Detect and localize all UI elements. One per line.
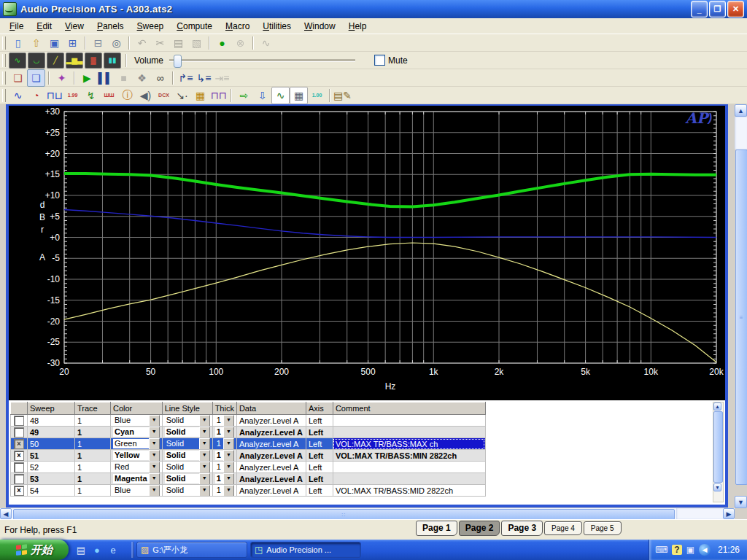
line-style-cell[interactable]: Solid▼ — [162, 415, 212, 427]
row-checkbox[interactable]: × — [14, 486, 24, 496]
menu-help[interactable]: Help — [342, 20, 374, 33]
row-checkbox[interactable] — [14, 462, 24, 472]
thick-dropdown-icon[interactable]: ▼ — [223, 438, 234, 450]
line-style-dropdown-icon[interactable]: ▼ — [199, 473, 210, 485]
row-select-cell[interactable] — [11, 462, 28, 473]
data-cell[interactable]: Analyzer.Level A — [236, 438, 306, 450]
comment-cell[interactable] — [333, 473, 485, 485]
panel-sweep-icon[interactable]: ╱ — [47, 52, 64, 69]
column-header-data[interactable]: Data — [236, 402, 306, 415]
table-scroll-up-icon[interactable]: ▲ — [713, 402, 721, 411]
tray-help-icon[interactable]: ? — [672, 545, 681, 555]
table-row-54[interactable]: ×541Blue▼Solid▼1▼Analyzer.Level ALeftVOL… — [11, 485, 486, 497]
digital-generator-icon[interactable]: 1.99 — [63, 87, 82, 104]
trace-cell[interactable]: 1 — [75, 438, 111, 450]
sweep-cell[interactable]: 53 — [28, 473, 75, 485]
line-style-dropdown-icon[interactable]: ▼ — [199, 427, 210, 438]
sweep-cell[interactable]: 50 — [28, 438, 75, 450]
thick-dropdown-icon[interactable]: ▼ — [223, 473, 234, 485]
color-cell[interactable]: Blue▼ — [111, 485, 163, 497]
data-cell[interactable]: Analyzer.Level A — [236, 462, 306, 473]
sweep-source2-icon[interactable]: ↳≡ — [195, 69, 213, 87]
bittest-icon[interactable]: ШШ — [100, 87, 118, 104]
thick-cell[interactable]: 1▼ — [212, 438, 236, 450]
column-header-sweep[interactable]: Sweep — [28, 402, 75, 415]
comment-off-icon[interactable]: ❏ — [9, 69, 27, 87]
data-cell[interactable]: Analyzer.Level A — [236, 485, 306, 497]
thick-cell[interactable]: 1▼ — [212, 427, 236, 438]
column-header-color[interactable]: Color — [111, 402, 163, 415]
task-button-0[interactable]: ▨G:\严小龙 — [136, 542, 247, 558]
volume-slider[interactable] — [169, 59, 355, 62]
row-checkbox[interactable] — [14, 474, 24, 484]
save-icon[interactable]: ▣ — [45, 34, 63, 52]
task-button-1[interactable]: ◳Audio Precision ... — [250, 542, 361, 558]
toolbar-grip[interactable] — [2, 71, 6, 85]
trace-cell[interactable]: 1 — [75, 427, 111, 438]
language-bar-icon[interactable]: ◀ — [699, 544, 711, 556]
thick-cell[interactable]: 1▼ — [212, 473, 236, 485]
tab-page-5[interactable]: Page 5 — [584, 521, 622, 535]
quicklaunch-ie-icon[interactable]: e — [107, 543, 120, 556]
line-style-dropdown-icon[interactable]: ▼ — [199, 438, 210, 450]
sweep-cell[interactable]: 52 — [28, 462, 75, 473]
row-checkbox[interactable]: × — [14, 439, 24, 449]
column-header-trace[interactable]: Trace — [75, 402, 111, 415]
comment-on-icon[interactable]: ❏ — [27, 69, 45, 87]
graph-panel-icon[interactable]: ∿ — [271, 87, 290, 104]
row-select-cell[interactable]: × — [11, 485, 28, 497]
thick-dropdown-icon[interactable]: ▼ — [223, 450, 234, 462]
scroll-up-icon[interactable]: ▲ — [735, 104, 747, 117]
menu-edit[interactable]: Edit — [30, 20, 58, 33]
comment-cell[interactable] — [333, 427, 485, 438]
column-header-axis[interactable]: Axis — [306, 402, 333, 415]
menu-sweep[interactable]: Sweep — [131, 20, 171, 33]
data-cell[interactable]: Analyzer.Level A — [236, 415, 306, 427]
open-file-icon[interactable]: ⇧ — [27, 34, 45, 52]
quicklaunch-messenger-icon[interactable]: ● — [90, 543, 104, 556]
toolbar-grip[interactable] — [2, 89, 6, 102]
scroll-down-icon[interactable]: ▼ — [735, 496, 747, 508]
comment-cell[interactable]: VOL:MAX TR/BASS:MID 2822ch — [333, 485, 485, 497]
menu-file[interactable]: File — [3, 20, 30, 33]
axis-cell[interactable]: Left — [306, 473, 333, 485]
row-checkbox[interactable] — [14, 416, 24, 426]
sweep-cell[interactable]: 48 — [28, 415, 75, 427]
thick-cell[interactable]: 1▼ — [212, 450, 236, 462]
row-select-cell[interactable] — [11, 473, 28, 485]
line-style-cell[interactable]: Solid▼ — [162, 473, 212, 485]
dcx-panel-icon[interactable]: DCX — [155, 87, 173, 104]
color-cell[interactable]: Blue▼ — [111, 415, 163, 427]
thick-dropdown-icon[interactable]: ▼ — [223, 427, 234, 438]
toolbar-grip[interactable] — [2, 54, 6, 67]
comment-cell[interactable] — [333, 462, 485, 473]
info-panel-icon[interactable]: ⓘ — [118, 87, 136, 104]
new-file-icon[interactable]: ▯ — [9, 34, 27, 52]
tray-restore-icon[interactable]: ▣ — [686, 545, 694, 555]
row-select-cell[interactable]: × — [11, 438, 28, 450]
color-dropdown-icon[interactable]: ▼ — [149, 485, 160, 497]
mute-checkbox[interactable] — [374, 55, 385, 66]
axis-cell[interactable]: Left — [306, 450, 333, 462]
panel-bargraph-icon[interactable]: ▮▮ — [104, 52, 121, 69]
row-select-cell[interactable]: × — [11, 450, 28, 462]
column-header-line-style[interactable]: Line Style — [162, 402, 212, 415]
color-dropdown-icon[interactable]: ▼ — [149, 427, 160, 438]
row-select-cell[interactable] — [11, 415, 28, 427]
axis-cell[interactable]: Left — [306, 415, 333, 427]
line-style-cell[interactable]: Solid▼ — [162, 450, 212, 462]
color-dropdown-icon[interactable]: ▼ — [149, 415, 160, 427]
analog-meter-icon[interactable]: ◔ — [27, 87, 45, 104]
thick-cell[interactable]: 1▼ — [212, 462, 236, 473]
trace-cell[interactable]: 1 — [75, 450, 111, 462]
axis-cell[interactable]: Left — [306, 462, 333, 473]
close-button[interactable]: ✕ — [727, 1, 744, 18]
line-style-dropdown-icon[interactable]: ▼ — [199, 462, 210, 473]
data-cell[interactable]: Analyzer.Level A — [236, 450, 306, 462]
panel-bars-icon[interactable]: ▂▆▃ — [66, 52, 83, 69]
color-cell[interactable]: Yellow▼ — [111, 450, 163, 462]
monitors-on-icon[interactable]: ● — [213, 34, 231, 52]
line-style-dropdown-icon[interactable]: ▼ — [199, 485, 210, 497]
data-editor-icon[interactable]: ▦ — [290, 87, 308, 104]
probe-icon[interactable]: ↘· — [173, 87, 191, 104]
